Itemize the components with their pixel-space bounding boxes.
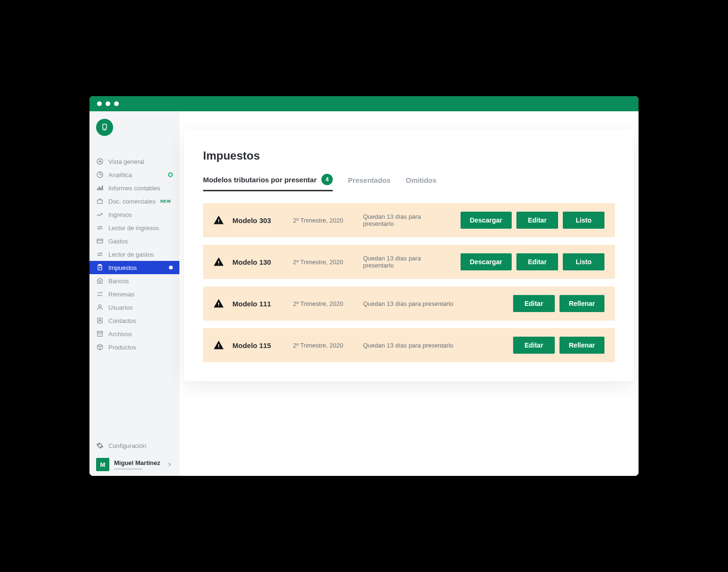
- user-avatar: M: [96, 458, 109, 471]
- svg-rect-17: [218, 344, 219, 347]
- svg-rect-13: [218, 261, 219, 263]
- activity-icon: [96, 158, 104, 165]
- svg-rect-11: [218, 219, 219, 222]
- window-dot[interactable]: [114, 101, 119, 106]
- app-logo[interactable]: [96, 119, 113, 136]
- user-info: Miguel Martínez: [114, 459, 161, 470]
- nav-label: Archivos: [108, 331, 132, 338]
- main: Impuestos Modelos tributarios por presen…: [179, 111, 639, 476]
- tab-count: 4: [321, 174, 333, 185]
- user-line: [114, 468, 142, 470]
- sidebar-item-remesas[interactable]: Remesas: [89, 287, 179, 301]
- warning-icon: [213, 257, 224, 267]
- model-status: Quedan 13 días para presentarlo: [363, 300, 505, 307]
- editar-button[interactable]: Editar: [516, 212, 558, 229]
- editar-button[interactable]: Editar: [513, 337, 555, 354]
- nav-label: Lector de gastos: [108, 251, 154, 258]
- sidebar-item-contactos[interactable]: Contactos: [89, 314, 179, 327]
- nav-label: Remesas: [108, 291, 134, 298]
- nav-label: Impuestos: [108, 264, 137, 271]
- row-actions: DescargarEditarListo: [461, 212, 605, 229]
- model-name: Modelo 130: [232, 258, 284, 266]
- page-title: Impuestos: [203, 149, 615, 162]
- tax-row: Modelo 3032º Trimestre, 2020Quedan 13 dí…: [203, 203, 615, 237]
- user-icon: [96, 304, 104, 311]
- model-period: 2º Trimestre, 2020: [293, 259, 355, 266]
- warning-icon: [213, 298, 224, 309]
- tax-row: Modelo 1302º Trimestre, 2020Quedan 13 dí…: [203, 245, 615, 279]
- archive-icon: [96, 330, 104, 338]
- sidebar-item-bancos[interactable]: Bancos: [89, 274, 179, 287]
- sidebar-item-gastos[interactable]: Gastos: [89, 234, 179, 248]
- sidebar-item-lector-de-gastos[interactable]: Lector de gastos: [89, 248, 179, 261]
- nav-label: Contactos: [108, 317, 136, 324]
- rellenar-button[interactable]: Rellenar: [559, 295, 604, 312]
- tabs: Modelos tributarios por presentar4Presen…: [203, 174, 615, 192]
- trend-icon: [96, 211, 104, 218]
- nav-label: Ingresos: [108, 211, 132, 218]
- bars-icon: [96, 184, 104, 192]
- svg-point-6: [98, 305, 101, 307]
- user-item[interactable]: M Miguel Martínez: [96, 458, 173, 471]
- gear-icon: [96, 442, 104, 449]
- swap-icon: [96, 250, 104, 258]
- rellenar-button[interactable]: Rellenar: [559, 337, 604, 354]
- svg-rect-3: [97, 239, 103, 243]
- indicator-dot: [168, 172, 173, 177]
- nav-label: Doc. comerciales: [108, 198, 156, 205]
- tax-row: Modelo 1112º Trimestre, 2020Quedan 13 dí…: [203, 286, 615, 321]
- svg-rect-9: [98, 331, 103, 333]
- tab-label: Modelos tributarios por presentar: [203, 176, 317, 184]
- bank-icon: [96, 277, 104, 285]
- sidebar-item-vista-general[interactable]: Vista general: [89, 155, 179, 168]
- tab-1[interactable]: Presentados: [348, 176, 391, 189]
- pie-icon: [96, 171, 104, 179]
- contact-icon: [96, 317, 104, 324]
- editar-button[interactable]: Editar: [516, 253, 558, 270]
- config-item[interactable]: Configuración: [96, 438, 173, 453]
- descargar-button[interactable]: Descargar: [461, 253, 512, 270]
- window-dot[interactable]: [97, 101, 102, 106]
- sidebar-item-archivos[interactable]: Archivos: [89, 327, 179, 340]
- logo-area: [89, 111, 179, 145]
- editar-button[interactable]: Editar: [513, 295, 555, 312]
- model-name: Modelo 111: [232, 300, 284, 308]
- new-badge: NEW: [160, 199, 171, 204]
- nav-label: Gastos: [108, 238, 128, 245]
- sidebar-item-lector-de-ingresos[interactable]: Lector de ingresos: [89, 221, 179, 234]
- nav-label: Productos: [108, 344, 136, 351]
- listo-button[interactable]: Listo: [563, 253, 604, 270]
- sidebar-item-ingresos[interactable]: Ingresos: [89, 208, 179, 221]
- sidebar-item-doc-comerciales[interactable]: Doc. comercialesNEW: [89, 195, 179, 208]
- sidebar: Vista generalAnalíticaInformes contables…: [89, 111, 179, 476]
- sidebar-item-anal-tica[interactable]: Analítica: [89, 168, 179, 181]
- user-name: Miguel Martínez: [114, 459, 161, 466]
- card-icon: [96, 237, 104, 245]
- model-status: Quedan 13 días para presentarlo: [363, 255, 452, 269]
- row-actions: EditarRellenar: [513, 337, 604, 354]
- svg-rect-0: [103, 124, 107, 129]
- nav-label: Vista general: [108, 158, 144, 165]
- tax-row: Modelo 1152º Trimestre, 2020Quedan 13 dí…: [203, 328, 615, 362]
- svg-point-10: [218, 222, 219, 223]
- svg-rect-15: [218, 303, 219, 305]
- svg-point-16: [218, 347, 219, 348]
- sidebar-item-informes-contables[interactable]: Informes contables: [89, 181, 179, 195]
- svg-point-8: [99, 319, 101, 321]
- listo-button[interactable]: Listo: [563, 212, 604, 229]
- sidebar-bottom: Configuración M Miguel Martínez: [89, 433, 179, 476]
- nav-label: Usuarios: [108, 304, 133, 311]
- model-name: Modelo 115: [232, 341, 284, 349]
- content-card: Impuestos Modelos tributarios por presen…: [184, 130, 634, 381]
- window-dot[interactable]: [106, 101, 110, 106]
- tab-2[interactable]: Omitidos: [406, 176, 436, 189]
- model-name: Modelo 303: [232, 216, 284, 224]
- model-status: Quedan 13 días para presentarlo: [363, 342, 505, 349]
- transfer-icon: [96, 290, 104, 298]
- descargar-button[interactable]: Descargar: [461, 212, 512, 229]
- sidebar-item-usuarios[interactable]: Usuarios: [89, 301, 179, 314]
- sidebar-item-impuestos[interactable]: Impuestos: [89, 261, 179, 274]
- tab-0[interactable]: Modelos tributarios por presentar4: [203, 174, 333, 191]
- sidebar-item-productos[interactable]: Productos: [89, 340, 179, 354]
- app-window: Vista generalAnalíticaInformes contables…: [89, 96, 639, 476]
